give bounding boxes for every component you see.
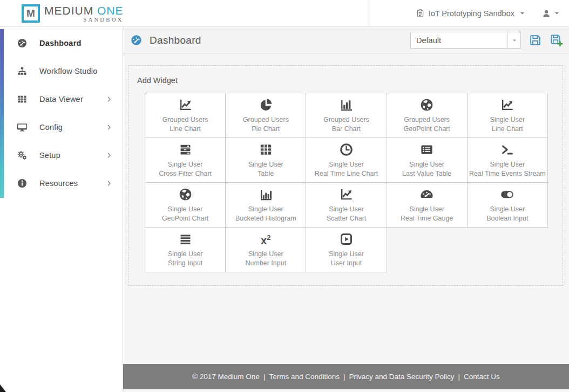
- footer-link-privacy-and-data-security-policy[interactable]: Privacy and Data Security Policy: [349, 373, 455, 381]
- widget-type-label: Number Input: [245, 259, 286, 269]
- footer-link-contact-us[interactable]: Contact Us: [464, 373, 500, 381]
- main-content: Dashboard Default Add Widget Grouped Use…: [123, 27, 569, 392]
- logo-wordmark: MEDIUM ONE: [44, 4, 124, 17]
- list-table-icon: [419, 142, 434, 158]
- sidebar: Dashboard Workflow Studio Data Viewer Co…: [0, 27, 123, 392]
- sidebar-item-resources[interactable]: Resources: [0, 169, 123, 197]
- widget-single-user-real-time-line-chart[interactable]: Single User Real Time Line Chart: [306, 138, 387, 183]
- line-chart-icon: [178, 97, 193, 113]
- save-as-new-dashboard-button[interactable]: [550, 33, 563, 47]
- add-widget-title: Add Widget: [137, 76, 178, 85]
- widget-type-label: Line Chart: [170, 125, 201, 134]
- widget-group-label: Single User: [168, 160, 203, 170]
- save-plus-icon: [550, 33, 563, 47]
- chevron-right-icon: [105, 152, 113, 159]
- chevron-right-icon: [105, 180, 113, 187]
- terminal-icon: [500, 142, 514, 158]
- widget-single-user-number-input[interactable]: x2 Single User Number Input: [226, 228, 306, 272]
- widget-single-user-cross-filter-chart[interactable]: Single User Cross Filter Chart: [145, 138, 226, 183]
- widget-single-user-bucketed-histogram[interactable]: Single User Bucketed Histogram: [226, 183, 306, 228]
- workspace-selector[interactable]: IoT Prototyping Sandbox: [416, 9, 526, 18]
- widget-group-label: Grouped Users: [243, 115, 289, 125]
- select-caret-button[interactable]: [507, 32, 520, 48]
- gears-icon: [17, 150, 28, 161]
- dashboard-select-value: Default: [411, 32, 507, 48]
- widget-grouped-users-geopoint-chart[interactable]: Grouped Users GeoPoint Chart: [387, 93, 468, 138]
- dashboard-select[interactable]: Default: [410, 32, 521, 49]
- widget-single-user-string-input[interactable]: Single User String Input: [145, 228, 226, 272]
- widget-group-label: Grouped Users: [404, 115, 450, 125]
- sidebar-nav: Dashboard Workflow Studio Data Viewer Co…: [0, 29, 123, 197]
- topbar-right-section: IoT Prototyping Sandbox: [369, 0, 569, 26]
- scatter-chart-icon: [339, 187, 354, 203]
- sidebar-item-label: Workflow Studio: [39, 67, 98, 75]
- sidebar-item-label: Dashboard: [39, 39, 82, 47]
- desktop-icon: [17, 122, 28, 133]
- table-icon: [17, 94, 28, 105]
- sidebar-item-label: Data Viewer: [39, 95, 83, 104]
- widget-type-label: User Input: [331, 259, 362, 269]
- widget-group-label: Single User: [329, 205, 364, 215]
- sidebar-item-config[interactable]: Config: [0, 113, 123, 141]
- footer-separator: |: [458, 373, 460, 381]
- logo-text: MEDIUM ONE SANDBOX: [44, 4, 124, 23]
- widget-type-label: String Input: [168, 259, 202, 269]
- widget-type-label: Real Time Events Stream: [469, 169, 546, 179]
- widget-type-label: Cross Filter Chart: [159, 169, 212, 179]
- table-grid-icon: [259, 142, 273, 158]
- widget-single-user-user-input[interactable]: Single User User Input: [306, 228, 387, 272]
- sidebar-item-dashboard[interactable]: Dashboard: [0, 29, 123, 57]
- main-body: Add Widget Grouped Users Line Chart Grou…: [123, 54, 569, 364]
- widget-type-label: Real Time Line Chart: [315, 169, 378, 179]
- workspace-label: IoT Prototyping Sandbox: [429, 9, 514, 18]
- widget-grouped-users-pie-chart[interactable]: Grouped Users Pie Chart: [226, 93, 306, 138]
- widget-single-user-real-time-events-stream[interactable]: Single User Real Time Events Stream: [468, 138, 548, 183]
- number-x2-icon: x2: [261, 231, 270, 247]
- caret-down-icon: [511, 37, 518, 44]
- sidebar-item-workflow-studio[interactable]: Workflow Studio: [0, 57, 123, 85]
- chevron-right-icon: [105, 123, 113, 131]
- caret-down-icon: [553, 9, 561, 17]
- widget-type-label: Scatter Chart: [327, 214, 367, 224]
- align-justify-icon: [178, 231, 193, 247]
- user-icon: [541, 9, 551, 18]
- widget-group-label: Single User: [490, 115, 525, 125]
- widget-single-user-line-chart[interactable]: Single User Line Chart: [468, 93, 548, 138]
- widget-single-user-scatter-chart[interactable]: Single User Scatter Chart: [306, 183, 387, 228]
- widget-type-label: GeoPoint Chart: [162, 214, 208, 224]
- user-menu[interactable]: [541, 9, 561, 18]
- widget-group-label: Single User: [329, 160, 364, 170]
- widget-group-label: Single User: [248, 160, 283, 170]
- widget-single-user-table[interactable]: Single User Table: [226, 138, 306, 183]
- widget-single-user-real-time-gauge[interactable]: Single User Real Time Gauge: [387, 183, 468, 228]
- widget-grouped-users-bar-chart[interactable]: Grouped Users Bar Chart: [306, 93, 387, 138]
- widget-group-label: Single User: [490, 205, 525, 215]
- widget-type-label: Table: [258, 169, 274, 179]
- globe-icon: [419, 97, 434, 113]
- gauge-icon: [17, 38, 28, 49]
- bar-chart-icon: [339, 97, 354, 113]
- sidebar-item-data-viewer[interactable]: Data Viewer: [0, 85, 123, 113]
- sidebar-gradient-strip: [0, 29, 4, 198]
- save-dashboard-button[interactable]: [529, 33, 542, 47]
- medium-one-logo[interactable]: M MEDIUM ONE SANDBOX: [22, 4, 124, 23]
- sitemap-icon: [17, 66, 28, 77]
- widget-group-label: Grouped Users: [323, 115, 369, 125]
- widget-single-user-boolean-input[interactable]: Single User Boolean Input: [468, 183, 548, 228]
- logo-m-icon: M: [22, 4, 40, 23]
- clipboard-icon: [416, 9, 425, 18]
- mouse-cursor-artifact: [0, 384, 6, 392]
- widget-group-label: Grouped Users: [162, 115, 208, 125]
- dashboard-icon: [130, 34, 143, 46]
- widget-single-user-geopoint-chart[interactable]: Single User GeoPoint Chart: [145, 183, 226, 228]
- sidebar-item-setup[interactable]: Setup: [0, 141, 123, 169]
- widget-type-label: Boolean Input: [486, 214, 528, 224]
- toggle-icon: [500, 187, 514, 203]
- widget-single-user-last-value-table[interactable]: Single User Last Value Table: [387, 138, 468, 183]
- logo-word-medium: MEDIUM: [44, 4, 93, 17]
- caret-down-icon: [518, 9, 526, 17]
- widget-grid: Grouped Users Line Chart Grouped Users P…: [145, 93, 548, 272]
- pie-chart-icon: [259, 97, 273, 113]
- footer-link-terms-and-conditions[interactable]: Terms and Conditions: [269, 373, 340, 381]
- widget-grouped-users-line-chart[interactable]: Grouped Users Line Chart: [145, 93, 226, 138]
